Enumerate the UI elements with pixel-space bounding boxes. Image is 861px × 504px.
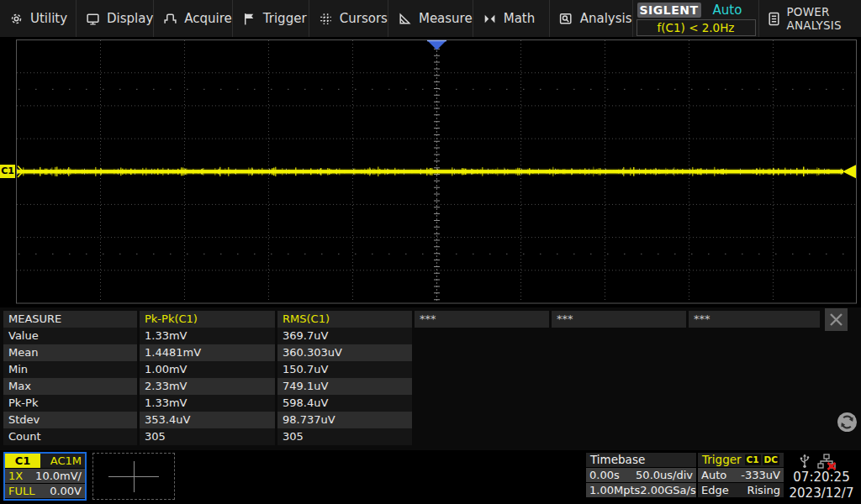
measure-value: 1.00mV [140,361,275,378]
measure-close-button[interactable] [825,308,848,331]
measure-value: 1.33mV [140,395,275,412]
measure-value: 353.4uV [140,412,275,428]
measure-row-label: Mean [3,344,137,361]
channel1-coupling: AC1M [40,454,85,468]
system-status-area: 07:20:25 2023/12/7 [787,450,859,504]
bottom-status-bar: C1 AC1M 1X 10.0mV/ FULL 0.00V Timebase 0… [0,450,861,504]
measure-col-2[interactable]: RMS(C1) [277,311,412,328]
measure-value: 305 [277,428,412,445]
menu-cursors-label: Cursors [340,11,388,26]
measure-row-label: Stdev [3,412,137,428]
trigger-source-badge: C1 [745,454,761,465]
menu-math[interactable]: Math [473,0,550,37]
measure-col-1[interactable]: Pk-Pk(C1) [140,311,275,328]
timebase-srate: 2.00GSa/s [640,484,695,496]
gear-icon [9,12,24,26]
oscilloscope-screen: Utility Display Acquire Trigger [0,0,861,504]
menu-analysis-label: Analysis [580,11,632,26]
timebase-scale: 50.0us/div [636,469,693,481]
timebase-memory: 1.00Mpts [589,484,640,496]
measure-value: 305 [140,428,275,445]
channel1-bandwidth: FULL [8,485,34,497]
menu-measure-label: Measure [419,11,473,26]
measure-value: 369.7uV [277,328,412,344]
measure-value: 98.737uV [277,412,412,428]
menu-math-label: Math [504,11,536,26]
menu-utility[interactable]: Utility [0,0,77,37]
network-disconnected-icon[interactable] [817,454,837,470]
usb-icon[interactable] [799,454,811,469]
trigger-slope: Rising [747,484,780,496]
trigger-level: -333uV [741,469,780,481]
close-icon [825,308,848,331]
menu-display[interactable]: Display [77,0,154,37]
trigger-type: Edge [701,484,729,496]
menu-utility-label: Utility [30,11,67,26]
measure-title: MEASURE [3,311,137,328]
measure-row-label: Pk-Pk [3,395,137,412]
channel1-probe: 1X [8,470,23,482]
measure-value: 1.4481mV [140,344,275,361]
menu-acquire-label: Acquire [184,11,232,26]
measure-value: 1.33mV [140,328,275,344]
acquisition-status: Auto [713,3,742,18]
clipboard-icon [767,12,781,26]
channel1-header: C1 AC1M [5,454,85,468]
trigger-level-marker [843,165,856,178]
menu-cursors[interactable]: Cursors [309,0,388,37]
trigger-box[interactable]: Trigger C1 DC Auto -333uV Edge Rising [698,453,784,500]
power-analysis-label: POWER ANALYSIS [787,5,861,32]
clock-time[interactable]: 07:20:25 [787,470,856,485]
menu-measure[interactable]: Measure [388,0,473,37]
trigger-status-block[interactable]: SIGLENT Auto f(C1) < 2.0Hz [633,0,759,37]
measure-value: 360.303uV [277,344,412,361]
menu-trigger-label: Trigger [263,11,307,26]
measure-value: 2.33mV [140,378,275,395]
channel1-box[interactable]: C1 AC1M 1X 10.0mV/ FULL 0.00V [3,452,87,501]
trigger-coupling-badge: DC [763,454,779,465]
cursors-icon [319,12,333,26]
timebase-box[interactable]: Timebase 0.00s 50.0us/div 1.00Mpts 2.00G… [586,453,696,500]
trigger-mode: Auto [701,469,726,481]
measure-value: 749.1uV [277,378,412,395]
statistics-reset-button[interactable] [837,412,857,432]
acquire-icon [163,12,177,26]
menu-trigger[interactable]: Trigger [233,0,309,37]
trigger-title: Trigger [702,453,742,467]
menu-analysis[interactable]: Analysis [550,0,633,37]
timebase-delay: 0.00s [589,469,620,481]
menu-bar: Utility Display Acquire Trigger [0,0,861,37]
channel1-vdiv: 10.0mV/ [35,470,82,482]
measure-row-label: Value [3,328,137,344]
clock-date[interactable]: 2023/12/7 [787,486,856,501]
display-icon [86,12,100,26]
measure-row-label: Count [3,428,137,445]
channel1-offset: 0.00V [50,485,82,497]
measure-row-label: Max [3,378,137,395]
analysis-icon [559,12,573,26]
measure-value: 598.4uV [277,395,412,412]
timebase-title: Timebase [590,453,645,467]
measure-col-4[interactable]: *** [552,311,686,328]
add-channel-placeholder[interactable] [92,453,175,500]
channel1-axis-badge[interactable]: C1 [0,165,15,178]
measure-value: 150.7uV [277,361,412,378]
measure-icon [398,12,412,26]
waveform-display[interactable]: C1 [0,37,861,307]
measure-panel: MEASURE Pk-Pk(C1) RMS(C1) *** *** *** Va… [0,307,861,450]
trigger-frequency-readout: f(C1) < 2.0Hz [637,19,756,36]
channel1-trace [0,37,861,307]
math-icon [483,12,497,26]
menu-acquire[interactable]: Acquire [154,0,233,37]
menu-display-label: Display [107,11,153,26]
refresh-icon [837,412,857,432]
measure-col-3[interactable]: *** [415,311,549,328]
flag-icon [242,12,256,26]
measure-col-5[interactable]: *** [689,311,820,328]
crosshair-icon [134,461,135,492]
menu-power-analysis[interactable]: POWER ANALYSIS [759,0,861,37]
measure-row-label: Min [3,361,137,378]
siglent-logo: SIGLENT [637,3,701,18]
channel1-name-badge: C1 [5,454,40,468]
